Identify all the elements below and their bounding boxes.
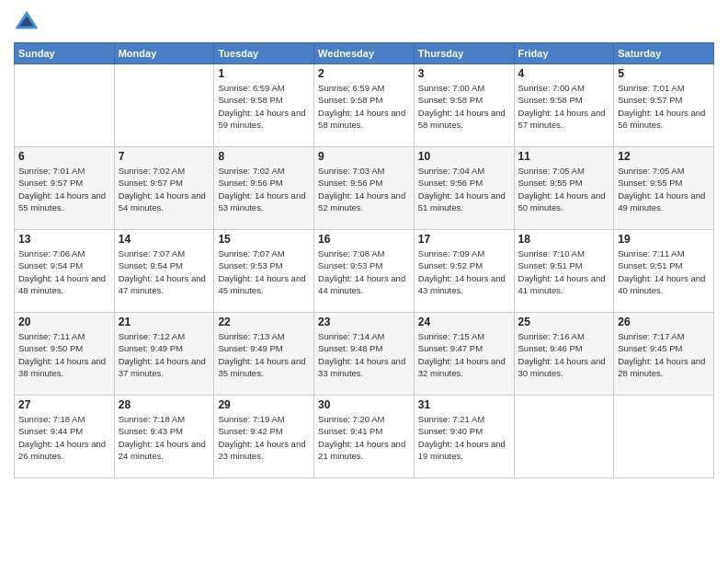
day-info: Sunrise: 7:11 AMSunset: 9:50 PMDaylight:… xyxy=(18,330,110,379)
calendar-day-cell: 22 Sunrise: 7:13 AMSunset: 9:49 PMDaylig… xyxy=(214,313,314,396)
calendar-table: SundayMondayTuesdayWednesdayThursdayFrid… xyxy=(14,42,714,478)
day-info: Sunrise: 7:16 AMSunset: 9:46 PMDaylight:… xyxy=(518,330,610,379)
day-number: 19 xyxy=(618,233,710,246)
day-number: 10 xyxy=(418,150,510,163)
calendar-day-cell: 2 Sunrise: 6:59 AMSunset: 9:58 PMDayligh… xyxy=(314,64,415,147)
calendar-week-row: 27 Sunrise: 7:18 AMSunset: 9:44 PMDaylig… xyxy=(15,396,714,478)
calendar-day-cell: 8 Sunrise: 7:02 AMSunset: 9:56 PMDayligh… xyxy=(214,147,314,230)
day-number: 22 xyxy=(218,316,310,328)
calendar-day-cell: 17 Sunrise: 7:09 AMSunset: 9:52 PMDaylig… xyxy=(414,230,514,313)
calendar-day-cell: 16 Sunrise: 7:08 AMSunset: 9:53 PMDaylig… xyxy=(314,230,415,313)
day-info: Sunrise: 7:10 AMSunset: 9:51 PMDaylight:… xyxy=(518,247,610,296)
day-number: 13 xyxy=(18,233,110,246)
day-of-week-header: Monday xyxy=(114,43,214,64)
day-info: Sunrise: 7:00 AMSunset: 9:58 PMDaylight:… xyxy=(518,82,610,131)
calendar-day-cell: 25 Sunrise: 7:16 AMSunset: 9:46 PMDaylig… xyxy=(514,313,614,396)
day-info: Sunrise: 7:01 AMSunset: 9:57 PMDaylight:… xyxy=(18,165,110,213)
calendar-day-cell: 24 Sunrise: 7:15 AMSunset: 9:47 PMDaylig… xyxy=(414,313,514,396)
calendar-day-cell: 30 Sunrise: 7:20 AMSunset: 9:41 PMDaylig… xyxy=(314,396,415,478)
day-of-week-header: Thursday xyxy=(414,43,514,64)
calendar-day-cell: 6 Sunrise: 7:01 AMSunset: 9:57 PMDayligh… xyxy=(15,147,115,230)
calendar-day-cell: 1 Sunrise: 6:59 AMSunset: 9:58 PMDayligh… xyxy=(214,64,314,147)
calendar-day-cell: 3 Sunrise: 7:00 AMSunset: 9:58 PMDayligh… xyxy=(414,64,514,147)
calendar-day-cell: 15 Sunrise: 7:07 AMSunset: 9:53 PMDaylig… xyxy=(214,230,314,313)
day-info: Sunrise: 7:08 AMSunset: 9:53 PMDaylight:… xyxy=(318,247,410,296)
day-number: 2 xyxy=(318,67,410,80)
day-info: Sunrise: 7:01 AMSunset: 9:57 PMDaylight:… xyxy=(618,82,710,131)
calendar-day-cell xyxy=(15,64,115,147)
day-number: 31 xyxy=(418,398,510,411)
calendar-day-cell: 26 Sunrise: 7:17 AMSunset: 9:45 PMDaylig… xyxy=(614,313,714,396)
day-info: Sunrise: 7:00 AMSunset: 9:58 PMDaylight:… xyxy=(418,82,510,131)
day-info: Sunrise: 7:15 AMSunset: 9:47 PMDaylight:… xyxy=(418,330,510,379)
day-number: 9 xyxy=(318,150,410,163)
day-info: Sunrise: 7:05 AMSunset: 9:55 PMDaylight:… xyxy=(518,165,610,213)
day-number: 8 xyxy=(218,150,310,163)
calendar-page: SundayMondayTuesdayWednesdayThursdayFrid… xyxy=(0,0,728,563)
day-info: Sunrise: 7:12 AMSunset: 9:49 PMDaylight:… xyxy=(119,330,210,379)
day-number: 18 xyxy=(518,233,610,246)
day-of-week-header: Tuesday xyxy=(214,43,314,64)
day-number: 15 xyxy=(218,233,310,246)
calendar-day-cell: 11 Sunrise: 7:05 AMSunset: 9:55 PMDaylig… xyxy=(514,147,614,230)
day-of-week-header: Friday xyxy=(514,43,614,64)
day-info: Sunrise: 7:09 AMSunset: 9:52 PMDaylight:… xyxy=(418,247,510,296)
day-info: Sunrise: 7:02 AMSunset: 9:57 PMDaylight:… xyxy=(119,165,210,213)
day-number: 23 xyxy=(318,316,410,328)
calendar-day-cell: 7 Sunrise: 7:02 AMSunset: 9:57 PMDayligh… xyxy=(114,147,214,230)
calendar-week-row: 6 Sunrise: 7:01 AMSunset: 9:57 PMDayligh… xyxy=(15,147,714,230)
day-info: Sunrise: 7:18 AMSunset: 9:44 PMDaylight:… xyxy=(18,413,110,462)
day-number: 14 xyxy=(119,233,210,246)
day-number: 12 xyxy=(618,150,710,163)
day-of-week-header: Sunday xyxy=(15,43,115,64)
day-number: 21 xyxy=(119,316,210,328)
svg-rect-2 xyxy=(17,27,37,29)
calendar-week-row: 1 Sunrise: 6:59 AMSunset: 9:58 PMDayligh… xyxy=(15,64,714,147)
day-of-week-header: Saturday xyxy=(614,43,714,64)
calendar-day-cell xyxy=(114,64,214,147)
calendar-day-cell xyxy=(514,396,614,478)
calendar-day-cell: 4 Sunrise: 7:00 AMSunset: 9:58 PMDayligh… xyxy=(514,64,614,147)
day-number: 5 xyxy=(618,67,710,80)
day-info: Sunrise: 7:06 AMSunset: 9:54 PMDaylight:… xyxy=(18,247,110,296)
day-number: 17 xyxy=(418,233,510,246)
day-info: Sunrise: 7:13 AMSunset: 9:49 PMDaylight:… xyxy=(218,330,310,379)
calendar-day-cell xyxy=(614,396,714,478)
day-info: Sunrise: 7:04 AMSunset: 9:56 PMDaylight:… xyxy=(418,165,510,213)
day-info: Sunrise: 6:59 AMSunset: 9:58 PMDaylight:… xyxy=(218,82,310,131)
calendar-day-cell: 18 Sunrise: 7:10 AMSunset: 9:51 PMDaylig… xyxy=(514,230,614,313)
day-info: Sunrise: 7:02 AMSunset: 9:56 PMDaylight:… xyxy=(218,165,310,213)
day-info: Sunrise: 7:05 AMSunset: 9:55 PMDaylight:… xyxy=(618,165,710,213)
day-number: 29 xyxy=(218,398,310,411)
calendar-day-cell: 20 Sunrise: 7:11 AMSunset: 9:50 PMDaylig… xyxy=(15,313,115,396)
calendar-day-cell: 12 Sunrise: 7:05 AMSunset: 9:55 PMDaylig… xyxy=(614,147,714,230)
day-info: Sunrise: 7:07 AMSunset: 9:54 PMDaylight:… xyxy=(119,247,210,296)
day-number: 1 xyxy=(218,67,310,80)
calendar-day-cell: 5 Sunrise: 7:01 AMSunset: 9:57 PMDayligh… xyxy=(614,64,714,147)
calendar-day-cell: 21 Sunrise: 7:12 AMSunset: 9:49 PMDaylig… xyxy=(114,313,214,396)
calendar-day-cell: 31 Sunrise: 7:21 AMSunset: 9:40 PMDaylig… xyxy=(414,396,514,478)
day-number: 3 xyxy=(418,67,510,80)
calendar-day-cell: 28 Sunrise: 7:18 AMSunset: 9:43 PMDaylig… xyxy=(114,396,214,478)
day-number: 30 xyxy=(318,398,410,411)
day-number: 20 xyxy=(18,316,110,328)
day-info: Sunrise: 7:03 AMSunset: 9:56 PMDaylight:… xyxy=(318,165,410,213)
day-info: Sunrise: 6:59 AMSunset: 9:58 PMDaylight:… xyxy=(318,82,410,131)
day-info: Sunrise: 7:17 AMSunset: 9:45 PMDaylight:… xyxy=(618,330,710,379)
logo-icon xyxy=(14,9,40,35)
calendar-day-cell: 27 Sunrise: 7:18 AMSunset: 9:44 PMDaylig… xyxy=(15,396,115,478)
day-number: 25 xyxy=(518,316,610,328)
day-number: 16 xyxy=(318,233,410,246)
day-info: Sunrise: 7:11 AMSunset: 9:51 PMDaylight:… xyxy=(618,247,710,296)
calendar-day-cell: 23 Sunrise: 7:14 AMSunset: 9:48 PMDaylig… xyxy=(314,313,415,396)
calendar-day-cell: 19 Sunrise: 7:11 AMSunset: 9:51 PMDaylig… xyxy=(614,230,714,313)
calendar-week-row: 13 Sunrise: 7:06 AMSunset: 9:54 PMDaylig… xyxy=(15,230,714,313)
calendar-day-cell: 10 Sunrise: 7:04 AMSunset: 9:56 PMDaylig… xyxy=(414,147,514,230)
page-header xyxy=(14,9,714,35)
day-number: 7 xyxy=(119,150,210,163)
day-number: 11 xyxy=(518,150,610,163)
day-info: Sunrise: 7:21 AMSunset: 9:40 PMDaylight:… xyxy=(418,413,510,462)
calendar-day-cell: 29 Sunrise: 7:19 AMSunset: 9:42 PMDaylig… xyxy=(214,396,314,478)
calendar-day-cell: 9 Sunrise: 7:03 AMSunset: 9:56 PMDayligh… xyxy=(314,147,415,230)
day-number: 28 xyxy=(119,398,210,411)
